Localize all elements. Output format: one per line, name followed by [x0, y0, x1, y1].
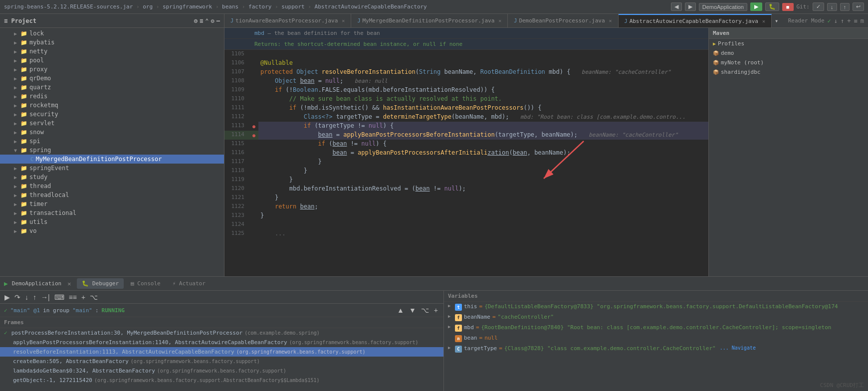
sidebar-filter-icon[interactable]: ⌃: [205, 17, 209, 24]
debug-filter[interactable]: ⌥: [88, 293, 99, 302]
actuator-icon: ⚡: [173, 280, 176, 287]
sidebar-item-proxy[interactable]: ▶ 📁 proxy: [0, 65, 224, 74]
sidebar-item-study[interactable]: ▶ 📁 study: [0, 173, 224, 182]
sidebar-item-security[interactable]: ▶ 📁 security: [0, 110, 224, 119]
sidebar-item-pool[interactable]: ▶ 📁 pool: [0, 56, 224, 65]
maven-profiles[interactable]: ▶ Profiles: [709, 39, 868, 48]
debug-resume[interactable]: ▶: [3, 293, 11, 302]
var-beanname[interactable]: ▶ f beanName = "cacheController": [444, 312, 868, 323]
tab-close-2[interactable]: ✕: [498, 18, 501, 23]
frame-1[interactable]: applyBeanPostProcessorsBeforeInstantiati…: [0, 338, 443, 347]
tab-abstractautowirecapablebean[interactable]: J AbstractAutowireCapableBeanFactory.jav…: [619, 14, 772, 28]
debug-run-to-cursor[interactable]: →|: [39, 293, 51, 302]
debug-step-into[interactable]: ↓: [23, 293, 30, 302]
sidebar-settings-icon[interactable]: ≡: [200, 17, 203, 24]
editor-icon3[interactable]: +: [847, 17, 851, 24]
var-expand-beanname[interactable]: ▶: [448, 314, 453, 319]
var-mbd[interactable]: ▶ f mbd = {RootBeanDefinition@7840} "Roo…: [444, 323, 868, 333]
debug-panel: ▶ DemoApplication ✕ 🐛 Debugger ▤ Console…: [0, 276, 868, 391]
back-button[interactable]: ◀: [671, 2, 682, 11]
sidebar-item-threadlocal[interactable]: ▶ 📁 threadlocal: [0, 191, 224, 199]
frame-3[interactable]: createBean:505, AbstractBeanFactory (org…: [0, 357, 443, 366]
debug-frames-btn[interactable]: ≡≡: [67, 293, 78, 302]
sidebar-item-redis[interactable]: ▶ 📁 redis: [0, 92, 224, 101]
code-line-1111: 1111 if (!mbd.isSynthetic() && hasInstan…: [224, 104, 708, 113]
debug-tab-console[interactable]: ▤ Console: [126, 278, 166, 289]
maven-mynote[interactable]: 📦 myNote (root): [709, 58, 868, 67]
sidebar-item-transactional[interactable]: ▶ 📁 transactional: [0, 208, 224, 217]
sidebar-item-qrdemo[interactable]: ▶ 📁 qrDemo: [0, 74, 224, 83]
reader-mode-label[interactable]: Reader Mode: [788, 17, 825, 24]
sidebar-close-icon[interactable]: —: [217, 17, 220, 24]
git-push[interactable]: ↑: [840, 3, 850, 11]
var-expand-this[interactable]: ▶: [448, 303, 453, 308]
sidebar-item-springevent[interactable]: ▶ 📁 springEvent: [0, 164, 224, 173]
tab-close-4[interactable]: ✕: [762, 18, 765, 24]
sidebar-sync-icon[interactable]: ⊙: [194, 17, 198, 24]
stop-button[interactable]: ■: [782, 3, 794, 11]
sidebar-item-netty[interactable]: ▶ 📁 netty: [0, 47, 224, 56]
thread-down[interactable]: ▼: [408, 306, 418, 315]
sidebar-item-mymerged[interactable]: C MyMergedBeanDefinitionPostProcessor: [0, 155, 224, 164]
sidebar-item-quartz[interactable]: ▶ 📁 quartz: [0, 83, 224, 92]
sidebar-item-timer[interactable]: ▶ 📁 timer: [0, 199, 224, 208]
tab-mymergedbeanpostprocessor[interactable]: J MyMergedBeanDefinitionPostProcessor.ja…: [351, 14, 508, 28]
sidebar-item-mybatis[interactable]: ▶ 📁 mybatis: [0, 38, 224, 47]
debug-tab-actuator[interactable]: ⚡ Actuator: [168, 278, 211, 289]
var-bean[interactable]: n bean = null: [444, 333, 868, 344]
frame-2[interactable]: resolveBeforeInstantiation:1113, Abstrac…: [0, 347, 443, 357]
code-line-1125: 1125 ...: [224, 229, 708, 238]
debug-step-out[interactable]: ↑: [31, 293, 38, 302]
forward-button[interactable]: ▶: [685, 2, 696, 11]
frame-0[interactable]: ✓ postProcessBeforeInstantiation:30, MyM…: [0, 328, 443, 338]
tab-demobeanpostprocessor[interactable]: J DemoBeanPostProcessor.java ✕: [508, 14, 618, 28]
sidebar-item-vo[interactable]: ▶ 📁 vo: [0, 226, 224, 235]
debug-session-close[interactable]: ✕: [67, 280, 71, 287]
git-revert[interactable]: ↩: [853, 2, 864, 11]
thread-running-check: ✓: [4, 307, 7, 314]
tab-tionawarebeanpostprocessor[interactable]: J tionAwareBeanPostProcessor.java ✕: [224, 14, 351, 28]
debug-tab-debugger[interactable]: 🐛 Debugger: [77, 278, 124, 289]
debug-add-btn[interactable]: +: [80, 293, 87, 302]
var-expand-mbd[interactable]: ▶: [448, 324, 453, 329]
editor-icon5[interactable]: m: [861, 17, 864, 24]
tab-close-1[interactable]: ✕: [342, 18, 345, 23]
sidebar-item-spi[interactable]: ▶ 📁 spi: [0, 137, 224, 146]
maven-demo[interactable]: 📦 demo: [709, 48, 868, 58]
editor-icon2[interactable]: ↑: [841, 17, 844, 24]
sidebar-item-rocketmq[interactable]: ▶ 📁 rocketmq: [0, 101, 224, 110]
maven-shardingjdbc[interactable]: 📦 shardingjdbc: [709, 67, 868, 77]
profiles-icon: ▶: [713, 41, 716, 46]
tab-close-3[interactable]: ✕: [609, 18, 612, 23]
git-commit[interactable]: ✓: [813, 2, 824, 11]
top-bar-path: spring-beans-5.2.12.RELEASE-sources.jar …: [4, 3, 427, 10]
thread-up[interactable]: ▲: [396, 306, 406, 315]
sidebar-item-lock[interactable]: ▶ 📁 lock: [0, 29, 224, 38]
code-editor[interactable]: mbd – the bean definition for the bean R…: [224, 28, 708, 276]
sidebar-item-thread[interactable]: ▶ 📁 thread: [0, 182, 224, 191]
editor-icon1[interactable]: ↓: [834, 17, 838, 24]
debug-button[interactable]: 🐛: [765, 2, 779, 11]
frame-4[interactable]: lambda$doGetBean$0:324, AbstractBeanFact…: [0, 366, 443, 376]
sidebar-item-utils[interactable]: ▶ 📁 utils: [0, 217, 224, 226]
sidebar-gear-icon[interactable]: ⚙: [211, 17, 215, 24]
debug-run-icon: ▶: [4, 280, 8, 287]
run-button[interactable]: ▶: [750, 2, 762, 11]
debug-step-over[interactable]: ↷: [13, 293, 22, 302]
sidebar-item-snow[interactable]: ▶ 📁 snow: [0, 128, 224, 137]
thread-add[interactable]: +: [433, 306, 439, 315]
var-expand-targettype[interactable]: ▶: [448, 345, 453, 350]
frame-5[interactable]: getObject:-1, 1272115420 (org.springfram…: [0, 376, 443, 385]
thread-filter[interactable]: ⌥: [420, 306, 431, 315]
app-selector[interactable]: DemoApplication: [699, 3, 747, 11]
tab-more[interactable]: ▾: [772, 17, 781, 24]
var-targettype[interactable]: ▶ C targetType = {Class@7828} "class com…: [444, 344, 868, 354]
debug-evaluate[interactable]: ⌨: [53, 293, 66, 302]
sidebar-item-spring[interactable]: ▼ 📁 spring: [0, 146, 224, 155]
sidebar-item-servlet[interactable]: ▶ 📁 servlet: [0, 119, 224, 128]
code-line-1109: 1109 if (!Boolean.FALSE.equals(mbd.befor…: [224, 86, 708, 95]
git-update[interactable]: ↓: [827, 3, 837, 11]
editor-icon4[interactable]: ≡: [854, 17, 858, 24]
navigate-link[interactable]: ... Navigate: [720, 345, 756, 351]
var-this[interactable]: ▶ t this = {DefaultListableBeanFactory@7…: [444, 302, 868, 312]
